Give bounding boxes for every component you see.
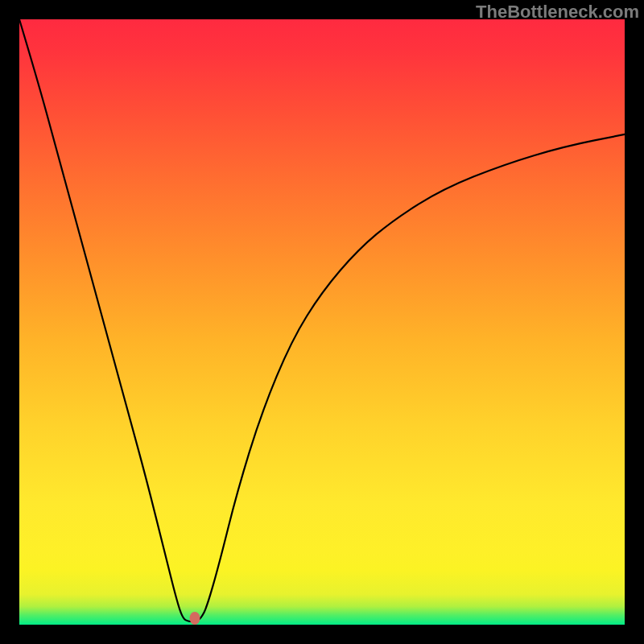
optimal-point-marker xyxy=(190,612,200,625)
chart-frame: TheBottleneck.com xyxy=(0,0,644,644)
curve-svg xyxy=(19,19,625,625)
plot-area xyxy=(19,19,625,625)
bottleneck-curve xyxy=(19,19,625,621)
